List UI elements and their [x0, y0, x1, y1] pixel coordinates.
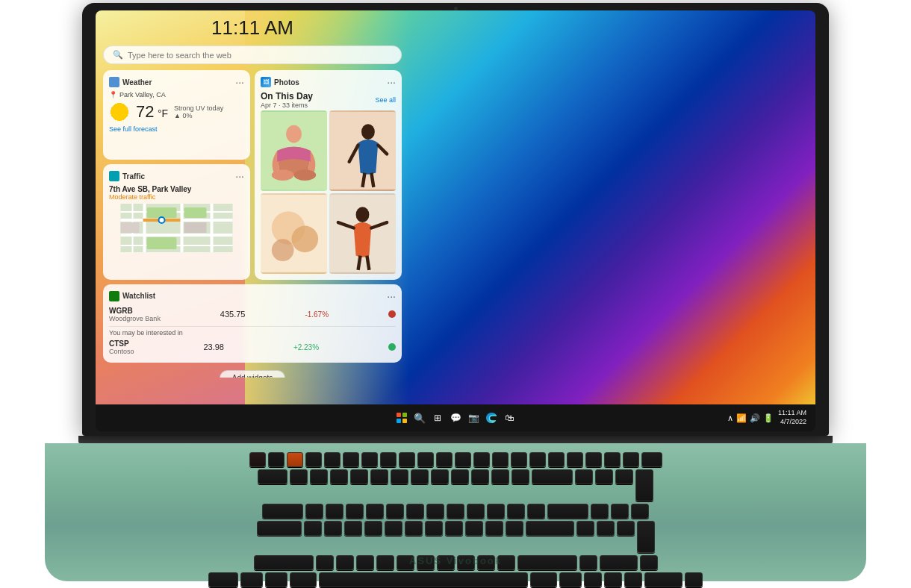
key-backtick	[258, 469, 287, 484]
key-h	[405, 521, 423, 536]
taskbar-wifi-icon[interactable]: 📶	[736, 413, 747, 423]
add-widgets-container: Add widgets	[103, 367, 402, 378]
svg-line-8	[363, 173, 365, 187]
stock-row-wgrb: WGRB Woodgrove Bank 435.75 -1.67%	[109, 305, 396, 324]
svg-point-1	[286, 125, 302, 143]
key-np2	[597, 521, 615, 536]
key-tab	[262, 504, 303, 519]
key-np-del	[685, 572, 703, 587]
key-alt-l	[290, 572, 317, 587]
key-np0	[600, 555, 638, 570]
watchlist-menu-dots[interactable]: ···	[387, 290, 396, 302]
photos-widget: 🖼 Photos ··· On This Day Apr 7 · 33 item…	[255, 70, 402, 280]
weather-widget-title: Weather	[109, 77, 152, 87]
weather-location: 📍 Park Valley, CA	[109, 91, 244, 98]
weather-menu-dots[interactable]: ···	[235, 76, 244, 88]
taskbar-clock[interactable]: 11:11 AM 4/7/2022	[778, 409, 806, 426]
key-f6	[380, 452, 397, 467]
key-5	[370, 469, 388, 484]
key-c	[356, 555, 374, 570]
key-d	[344, 521, 362, 536]
windows-icon-q4	[402, 419, 407, 423]
key-8	[431, 469, 449, 484]
widgets-panel: 11:11 AM 🔍	[96, 10, 409, 378]
key-f10	[455, 452, 471, 467]
search-input[interactable]	[128, 51, 392, 60]
photos-see-all-link[interactable]: See all	[375, 96, 396, 104]
taskbar-taskview-button[interactable]: ⊞	[430, 410, 445, 425]
widgets-grid: Weather ··· 📍 Park Valley, CA	[103, 70, 402, 363]
key-minus	[491, 469, 509, 484]
key-o	[467, 504, 485, 519]
photo-thumb-3	[261, 193, 327, 274]
key-f5	[361, 452, 378, 467]
keyboard-row-fn	[112, 452, 799, 467]
key-np1	[576, 521, 594, 536]
taskbar-taskview-icon: ⊞	[434, 413, 441, 423]
key-0	[471, 469, 489, 484]
svg-line-19	[367, 255, 369, 269]
key-f11	[473, 452, 490, 467]
key-u	[426, 504, 444, 519]
laptop-brand-label: ASUS Vivobook	[409, 555, 502, 566]
key-ctrl-r	[559, 572, 582, 587]
key-equals	[512, 469, 529, 484]
stock-divider	[109, 326, 396, 327]
key-fn	[249, 452, 266, 467]
svg-rect-26	[143, 204, 146, 252]
key-4	[350, 469, 368, 484]
key-fn-l	[240, 572, 263, 587]
key-f3	[324, 452, 341, 467]
photos-heading-group: On This Day Apr 7 · 33 items	[261, 91, 313, 109]
key-del	[511, 452, 527, 467]
key-lshift	[254, 555, 314, 570]
traffic-address: 7th Ave SB, Park Valley	[109, 185, 244, 193]
traffic-widget: Traffic ··· 7th Ave SB, Park Valley Mode…	[103, 164, 250, 279]
taskbar-store-button[interactable]: 🛍	[502, 410, 517, 425]
key-s	[324, 521, 342, 536]
taskbar-volume-icon[interactable]: 🔊	[750, 413, 760, 423]
taskbar-chevron-icon[interactable]: ∧	[727, 413, 733, 423]
key-e	[346, 504, 364, 519]
watchlist-widget: Watchlist ··· WGRB Woodgrove Bank 43	[103, 284, 402, 363]
key-semicolon	[485, 521, 503, 536]
key-9	[451, 469, 469, 484]
svg-point-12	[292, 225, 319, 252]
key-pgdn	[623, 452, 639, 467]
taskbar-search-button[interactable]: 🔍	[412, 410, 427, 425]
key-lbracket	[507, 504, 525, 519]
key-f7	[399, 452, 415, 467]
key-f2	[305, 452, 322, 467]
key-npdot	[640, 555, 658, 570]
svg-rect-33	[147, 237, 177, 249]
windows-start-button[interactable]	[394, 410, 409, 425]
key-f12	[492, 452, 509, 467]
key-f8	[417, 452, 434, 467]
keyboard-row-asdf	[112, 521, 799, 553]
add-widgets-button[interactable]: Add widgets	[220, 370, 285, 378]
taskbar-battery-icon[interactable]: 🔋	[763, 413, 774, 423]
svg-point-37	[160, 218, 164, 222]
svg-rect-32	[184, 207, 207, 218]
traffic-menu-dots[interactable]: ···	[235, 170, 244, 182]
map-preview	[109, 204, 244, 252]
key-f4	[343, 452, 359, 467]
traffic-icon	[109, 171, 119, 181]
key-np7	[575, 469, 593, 484]
photos-menu-dots[interactable]: ···	[387, 76, 396, 88]
search-bar[interactable]: 🔍	[103, 46, 402, 64]
key-f9	[436, 452, 453, 467]
key-rbracket	[527, 504, 545, 519]
taskbar-edge-button[interactable]	[484, 410, 499, 425]
stock-info-wgrb: WGRB Woodgrove Bank	[109, 307, 161, 322]
watchlist-widget-title: Watchlist	[109, 291, 155, 301]
key-ctrl-l	[208, 572, 238, 587]
key-k	[445, 521, 463, 536]
keyboard-row-qwerty	[112, 504, 799, 519]
taskbar-camera-button[interactable]: 📷	[466, 410, 481, 425]
camera-dot	[454, 7, 458, 10]
key-backslash	[547, 504, 588, 519]
key-p	[487, 504, 505, 519]
weather-forecast-link[interactable]: See full forecast	[109, 125, 244, 133]
taskbar-chat-button[interactable]: 💬	[448, 410, 463, 425]
